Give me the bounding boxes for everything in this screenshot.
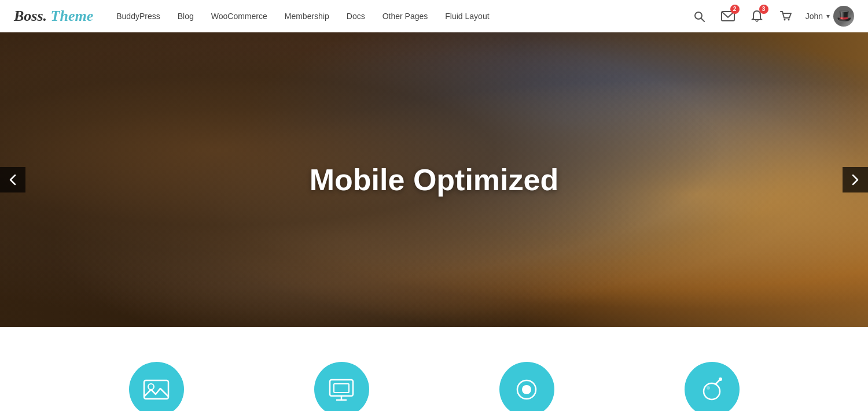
cart-button[interactable]	[777, 7, 795, 25]
hero-slider: Mobile Optimized	[0, 32, 868, 327]
image-icon	[143, 378, 170, 401]
user-menu-button[interactable]: John ▾ 🎩	[806, 6, 854, 27]
nav-docs[interactable]: Docs	[347, 12, 365, 21]
nav-membership[interactable]: Membership	[285, 12, 329, 21]
svg-point-4	[788, 18, 789, 20]
avatar: 🎩	[833, 6, 854, 27]
user-dropdown-arrow: ▾	[826, 12, 830, 20]
circle-icon	[514, 377, 539, 402]
navbar: Boss. Theme BuddyPress Blog WooCommerce …	[0, 0, 868, 32]
nav-other-pages[interactable]: Other Pages	[382, 12, 428, 21]
nav-right: 2 3 John ▾ 🎩	[690, 6, 854, 27]
nav-woocommerce[interactable]: WooCommerce	[211, 12, 267, 21]
svg-point-18	[719, 377, 722, 381]
svg-point-6	[148, 384, 154, 390]
feature-display	[249, 350, 434, 411]
logo-boss: Boss.	[14, 8, 47, 24]
nav-blog[interactable]: Blog	[178, 12, 194, 21]
features-section	[0, 327, 868, 411]
hero-title: Mobile Optimized	[310, 162, 558, 197]
svg-point-13	[522, 385, 531, 394]
cart-icon	[779, 10, 792, 23]
mail-badge: 2	[730, 5, 740, 14]
svg-rect-5	[144, 380, 168, 399]
svg-rect-11	[334, 384, 349, 393]
feature-display-circle[interactable]	[314, 362, 369, 411]
bomb-icon	[699, 377, 724, 402]
nav-links: BuddyPress Blog WooCommerce Membership D…	[116, 12, 689, 21]
logo[interactable]: Boss. Theme	[14, 8, 93, 25]
feature-bomb-circle[interactable]	[685, 362, 740, 411]
feature-circle	[434, 350, 619, 411]
slider-prev-button[interactable]	[0, 167, 25, 192]
hero-text-container: Mobile Optimized	[310, 162, 558, 197]
feature-gallery-circle[interactable]	[129, 362, 184, 411]
slider-next-button[interactable]	[843, 167, 868, 192]
svg-point-3	[784, 18, 785, 20]
svg-line-1	[701, 18, 704, 21]
chevron-left-icon	[9, 174, 16, 186]
chevron-right-icon	[852, 174, 859, 186]
bell-badge: 3	[759, 5, 768, 14]
display-icon	[328, 378, 355, 401]
notifications-button[interactable]: 3	[748, 7, 766, 25]
feature-gallery	[64, 350, 249, 411]
svg-point-19	[707, 386, 710, 390]
search-icon	[693, 10, 705, 22]
feature-circle-btn[interactable]	[499, 362, 554, 411]
nav-fluid-layout[interactable]: Fluid Layout	[445, 12, 489, 21]
mail-button[interactable]: 2	[719, 7, 737, 25]
search-button[interactable]	[690, 7, 708, 25]
user-name-label: John	[806, 12, 823, 21]
nav-buddypress[interactable]: BuddyPress	[116, 12, 160, 21]
svg-point-0	[695, 12, 702, 19]
logo-theme: Theme	[47, 8, 93, 24]
feature-bomb	[619, 350, 804, 411]
